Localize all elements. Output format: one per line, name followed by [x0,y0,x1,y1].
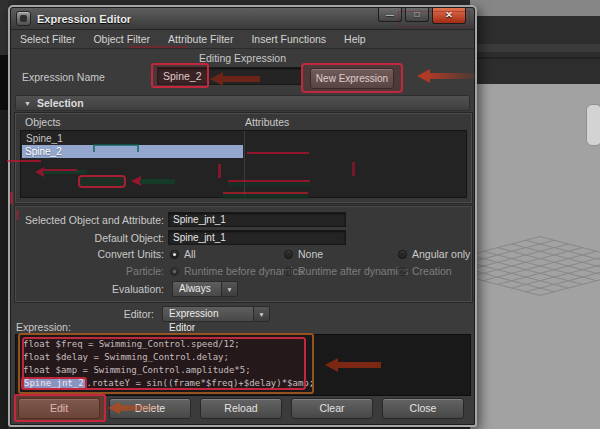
list-pane-divider [244,131,245,197]
radio-icon [284,267,293,276]
radio-particle-creation: Creation [398,265,452,277]
close-window-button[interactable]: ✕ [432,8,466,24]
menu-object-filter[interactable]: Object Filter [84,30,159,48]
edit-button[interactable]: Edit [18,398,100,419]
maximize-button[interactable]: □ [405,8,429,22]
selection-panel-header[interactable]: ▼Selection [15,95,470,111]
menu-select-filter[interactable]: Select Filter [11,30,84,48]
annotation-artifact [228,182,310,186]
evaluation-label: Evaluation: [16,283,164,295]
annotation-artifact [218,164,221,178]
delete-button[interactable]: Delete [109,398,191,419]
annotation-artifact [78,175,126,188]
radio-label: None [298,248,323,260]
radio-label: Creation [412,265,452,277]
object-list-item-selected[interactable]: Spine_2 [22,145,243,158]
editing-mode-banner: Editing Expression [10,52,475,64]
viewport-icon-partial [586,104,600,146]
expression-name-input[interactable]: Spine_2 [157,67,303,85]
annotation-artifact [223,194,308,199]
code-line: .rotateY = sin((frame*$freq)+$delay)*$am… [87,378,315,388]
annotation-artifact [247,152,309,154]
menu-bar: Select Filter Object Filter Attribute Fi… [11,30,474,49]
evaluation-dropdown[interactable]: Always ▼ [172,281,238,297]
close-button[interactable]: Close [382,398,464,419]
dropdown-arrow-icon[interactable]: ▼ [254,306,270,322]
minimize-button[interactable]: — [378,8,402,22]
expression-editor-window: Expression Editor — □ ✕ Select Filter Ob… [8,5,477,427]
expression-text-area[interactable]: float $freq = Swimming_Control.speed/12;… [15,334,471,396]
radio-icon [170,250,179,259]
objects-column-header: Objects [25,116,61,128]
expression-label: Expression: [16,321,71,333]
menu-attribute-filter[interactable]: Attribute Filter [159,30,242,48]
title-bar[interactable]: Expression Editor — □ ✕ [11,8,474,30]
new-expression-button[interactable]: New Expression [310,68,394,89]
maya-left-panel-edge [0,0,8,429]
selection-header-label: Selection [37,97,84,109]
window-title: Expression Editor [37,8,131,30]
clear-button[interactable]: Clear [291,398,373,419]
radio-label: Angular only [412,248,470,260]
dropdown-arrow-icon[interactable]: ▼ [222,281,238,297]
collapse-arrow-icon: ▼ [24,100,31,107]
toolbar-seam [470,57,600,59]
code-line: float $delay = Swimming_Control.delay; [23,352,229,362]
radio-label: Runtime after dynamics [298,265,408,277]
object-list-item[interactable]: Spine_1 [23,133,241,145]
annotation-artifact [352,162,355,176]
editor-dropdown[interactable]: Expression Editor ▼ [162,306,270,322]
annotation-artifact [35,169,87,176]
attributes-column-header: Attributes [245,116,289,128]
radio-icon [398,250,407,259]
viewport-tab-bar [470,0,600,16]
default-object-input[interactable]: Spine_jnt_1 [168,230,346,245]
window-icon [16,11,31,26]
radio-icon [398,267,407,276]
objects-attributes-list[interactable]: Spine_1 Spine_2 [20,130,467,198]
expression-name-label: Expression Name [22,71,105,83]
convert-units-label: Convert Units: [16,248,164,260]
annotation-artifact [228,180,310,182]
panel-edge-segment [0,55,8,110]
radio-icon [284,250,293,259]
menu-help[interactable]: Help [335,30,375,48]
selected-object-attribute-label: Selected Object and Attribute: [16,214,164,226]
evaluation-dropdown-value: Always [172,281,222,297]
menu-insert-functions[interactable]: Insert Functions [242,30,335,48]
annotation-artifact [7,160,41,162]
selection-panel: Objects Attributes Spine_1 Spine_2 [15,113,472,203]
attribute-details-panel: Selected Object and Attribute: Spine_jnt… [15,206,472,302]
radio-particle-runtime-after: Runtime after dynamics [284,265,408,277]
default-object-label: Default Object: [16,232,164,244]
radio-label: All [184,248,196,260]
maya-viewport[interactable] [470,84,600,429]
radio-convert-angular-only[interactable]: Angular only [398,248,470,260]
toolbar-band [470,44,600,52]
highlighted-object-token: Spine_jnt_2 [21,377,87,390]
particle-label: Particle: [16,265,164,277]
panel-edge-segment [0,0,8,55]
code-line: float $freq = Swimming_Control.speed/12; [23,339,240,349]
annotation-artifact [10,192,13,204]
radio-convert-all[interactable]: All [170,248,196,260]
radio-convert-none[interactable]: None [284,248,323,260]
radio-icon [170,267,179,276]
reload-button[interactable]: Reload [200,398,282,419]
viewport-toolbar-area [470,16,600,84]
editor-label: Editor: [10,308,154,320]
selected-object-attribute-input[interactable]: Spine_jnt_1 [168,212,346,227]
editor-dropdown-value: Expression Editor [162,306,254,322]
code-line: float $amp = Swimming_Control.amplitude*… [23,365,251,375]
annotation-artifact [131,176,175,185]
annotation-arrow-new-expression [417,69,475,83]
annotation-artifact [223,192,308,194]
